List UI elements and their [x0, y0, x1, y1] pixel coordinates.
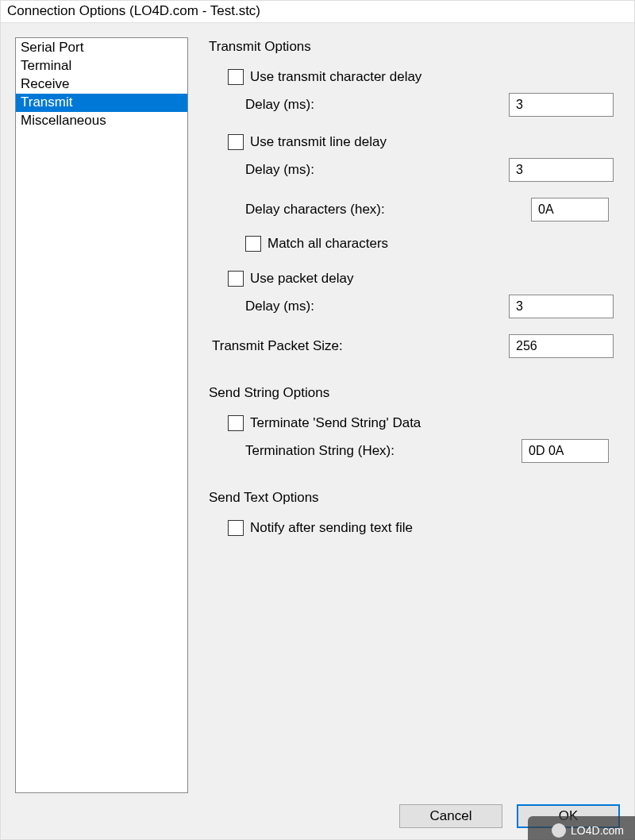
match-all-label: Match all characters: [267, 236, 388, 252]
sidebar-item-miscellaneous[interactable]: Miscellaneous: [16, 112, 187, 130]
main-panel: Transmit Options Use transmit character …: [202, 37, 620, 793]
use-line-delay-row: Use transmit line delay: [209, 134, 614, 150]
sidebar-item-receive[interactable]: Receive: [16, 75, 187, 94]
line-delay-label: Delay (ms):: [245, 162, 314, 178]
sidebar-item-terminal[interactable]: Terminal: [16, 57, 187, 75]
send-string-options-group: Send String Options Terminate 'Send Stri…: [202, 383, 620, 474]
use-packet-delay-row: Use packet delay: [209, 271, 614, 287]
packet-delay-row: Delay (ms):: [209, 295, 614, 318]
notify-after-send-label: Notify after sending text file: [250, 520, 413, 536]
use-line-delay-checkbox[interactable]: [228, 134, 244, 150]
packet-delay-input[interactable]: [509, 295, 614, 318]
termination-string-label: Termination String (Hex):: [245, 443, 394, 459]
packet-size-label: Transmit Packet Size:: [212, 338, 343, 354]
char-delay-label: Delay (ms):: [245, 97, 314, 113]
send-string-options-title: Send String Options: [209, 385, 614, 407]
send-text-options-title: Send Text Options: [209, 490, 614, 512]
line-delay-row: Delay (ms):: [209, 158, 614, 182]
use-char-delay-row: Use transmit character delay: [209, 69, 614, 85]
transmit-options-group: Transmit Options Use transmit character …: [202, 37, 620, 369]
category-list[interactable]: Serial Port Terminal Receive Transmit Mi…: [15, 37, 188, 793]
packet-delay-label: Delay (ms):: [245, 299, 314, 314]
send-text-options-group: Send Text Options Notify after sending t…: [202, 488, 620, 547]
dialog-window: Connection Options (LO4D.com - Test.stc)…: [0, 0, 635, 840]
terminate-send-string-row: Terminate 'Send String' Data: [209, 415, 614, 431]
termination-string-row: Termination String (Hex):: [209, 439, 614, 463]
sidebar-item-serial-port[interactable]: Serial Port: [16, 39, 187, 57]
use-line-delay-label: Use transmit line delay: [250, 134, 387, 150]
use-packet-delay-checkbox[interactable]: [228, 271, 244, 287]
notify-after-send-checkbox[interactable]: [228, 520, 244, 536]
cancel-button[interactable]: Cancel: [399, 804, 502, 828]
termination-string-input[interactable]: [521, 439, 609, 463]
terminate-send-string-label: Terminate 'Send String' Data: [250, 415, 421, 431]
window-title: Connection Options (LO4D.com - Test.stc): [1, 1, 634, 22]
client-area: Serial Port Terminal Receive Transmit Mi…: [1, 22, 634, 839]
ok-button[interactable]: OK: [517, 804, 620, 828]
use-char-delay-label: Use transmit character delay: [250, 69, 421, 85]
dialog-footer: Cancel OK: [15, 793, 620, 828]
delay-chars-label: Delay characters (hex):: [245, 202, 385, 218]
match-all-checkbox[interactable]: [245, 236, 261, 252]
line-delay-input[interactable]: [509, 158, 614, 182]
packet-size-input[interactable]: [509, 334, 614, 358]
use-packet-delay-label: Use packet delay: [250, 271, 353, 287]
match-all-row: Match all characters: [209, 236, 614, 252]
delay-chars-input[interactable]: [531, 198, 609, 222]
char-delay-input[interactable]: [509, 93, 614, 117]
use-char-delay-checkbox[interactable]: [228, 69, 244, 85]
terminate-send-string-checkbox[interactable]: [228, 415, 244, 431]
notify-row: Notify after sending text file: [209, 520, 614, 536]
packet-size-row: Transmit Packet Size:: [209, 334, 614, 358]
body: Serial Port Terminal Receive Transmit Mi…: [15, 37, 620, 793]
delay-chars-row: Delay characters (hex):: [209, 198, 614, 222]
transmit-options-title: Transmit Options: [209, 39, 614, 61]
char-delay-row: Delay (ms):: [209, 93, 614, 117]
sidebar-item-transmit[interactable]: Transmit: [16, 94, 187, 112]
